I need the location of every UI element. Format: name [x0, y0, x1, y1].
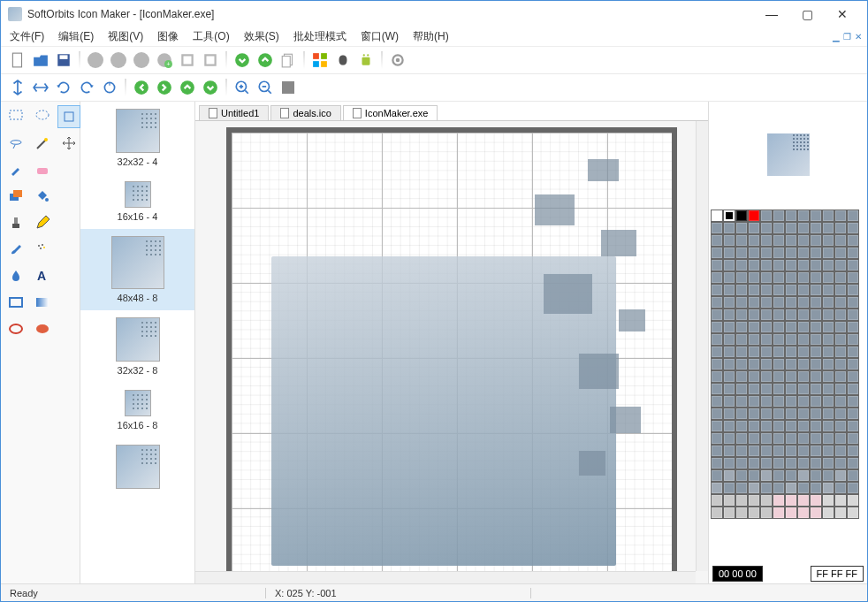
- swatch[interactable]: [834, 296, 847, 309]
- swatch-special[interactable]: [711, 210, 723, 222]
- swatch[interactable]: [785, 432, 797, 445]
- swatch[interactable]: [748, 457, 760, 469]
- swatch[interactable]: [723, 494, 735, 507]
- swatch[interactable]: [760, 494, 773, 507]
- empty-tool-5[interactable]: [57, 264, 80, 287]
- swatch[interactable]: [822, 333, 834, 346]
- swatch[interactable]: [773, 420, 785, 432]
- swatch[interactable]: [785, 271, 797, 284]
- swatch[interactable]: [723, 259, 735, 271]
- swatch[interactable]: [834, 482, 847, 494]
- mdi-restore-icon[interactable]: ❐: [843, 32, 851, 42]
- swatch[interactable]: [834, 346, 847, 358]
- swatch[interactable]: [735, 309, 748, 321]
- swatch[interactable]: [711, 482, 723, 494]
- flip-v-button[interactable]: [8, 78, 27, 97]
- swatch[interactable]: [785, 445, 797, 457]
- swatch[interactable]: [760, 432, 773, 445]
- swatch[interactable]: [773, 333, 785, 346]
- swatch[interactable]: [834, 408, 847, 420]
- swatch[interactable]: [847, 247, 859, 259]
- menu-effects[interactable]: 效果(S): [240, 27, 283, 46]
- swatch[interactable]: [822, 432, 834, 445]
- swatch[interactable]: [797, 309, 810, 321]
- vertical-scrollbar[interactable]: [696, 121, 708, 571]
- swatch[interactable]: [711, 358, 723, 370]
- swatch[interactable]: [773, 408, 785, 420]
- swatch[interactable]: [797, 284, 810, 296]
- copy-button[interactable]: [278, 50, 298, 70]
- swatch[interactable]: [748, 358, 760, 370]
- swatch[interactable]: [797, 395, 810, 408]
- swatch[interactable]: [735, 296, 748, 309]
- swatch[interactable]: [785, 420, 797, 432]
- swatch[interactable]: [822, 358, 834, 370]
- swatch[interactable]: [847, 296, 859, 309]
- swatch[interactable]: [760, 395, 773, 408]
- swatch[interactable]: [785, 457, 797, 469]
- swatch[interactable]: [785, 222, 797, 234]
- swatch[interactable]: [847, 370, 859, 383]
- thumb-more[interactable]: [80, 438, 194, 499]
- empty-tool-6[interactable]: [57, 291, 80, 314]
- swatch[interactable]: [847, 259, 859, 271]
- swatch[interactable]: [822, 457, 834, 469]
- swatch[interactable]: [748, 370, 760, 383]
- nav-left-button[interactable]: [132, 78, 151, 97]
- swatch[interactable]: [760, 457, 773, 469]
- flip-h-button[interactable]: [31, 78, 50, 97]
- swatch[interactable]: [711, 383, 723, 395]
- swatch[interactable]: [723, 383, 735, 395]
- swatch[interactable]: [785, 234, 797, 247]
- stamp-tool[interactable]: [4, 211, 27, 234]
- swatch[interactable]: [723, 370, 735, 383]
- swatch[interactable]: [773, 432, 785, 445]
- swatch[interactable]: [785, 259, 797, 271]
- swatch[interactable]: [773, 507, 785, 519]
- gradient-tool[interactable]: [31, 291, 54, 314]
- swatch[interactable]: [797, 321, 810, 333]
- swatch[interactable]: [723, 296, 735, 309]
- menu-tools[interactable]: 工具(O): [189, 27, 232, 46]
- swatch[interactable]: [810, 469, 822, 482]
- swatch[interactable]: [735, 346, 748, 358]
- swatch[interactable]: [735, 408, 748, 420]
- swatch[interactable]: [723, 234, 735, 247]
- lasso-tool[interactable]: [4, 132, 27, 155]
- swatch[interactable]: [847, 210, 859, 222]
- swatch[interactable]: [760, 296, 773, 309]
- swatch[interactable]: [834, 445, 847, 457]
- swatch[interactable]: [760, 284, 773, 296]
- swatch[interactable]: [834, 333, 847, 346]
- windows-icon[interactable]: [310, 50, 330, 70]
- swatch[interactable]: [785, 284, 797, 296]
- swatch[interactable]: [711, 346, 723, 358]
- swatch[interactable]: [810, 333, 822, 346]
- swatch[interactable]: [711, 247, 723, 259]
- swatch[interactable]: [785, 296, 797, 309]
- swatch[interactable]: [748, 507, 760, 519]
- swatch[interactable]: [810, 482, 822, 494]
- swatch[interactable]: [797, 383, 810, 395]
- swatch[interactable]: [723, 222, 735, 234]
- ellipse-select-tool[interactable]: [31, 105, 54, 128]
- tab-iconmaker[interactable]: IconMaker.exe: [343, 105, 438, 120]
- settings-button[interactable]: [388, 50, 407, 70]
- swatch[interactable]: [785, 370, 797, 383]
- swatch[interactable]: [785, 321, 797, 333]
- swatch[interactable]: [810, 408, 822, 420]
- swatch[interactable]: [735, 482, 748, 494]
- swatch[interactable]: [797, 469, 810, 482]
- thumb-16-4[interactable]: 16x16 - 4: [80, 174, 194, 229]
- swatch[interactable]: [810, 457, 822, 469]
- swatch[interactable]: [723, 457, 735, 469]
- swatch[interactable]: [760, 321, 773, 333]
- swatch[interactable]: [834, 420, 847, 432]
- swatch[interactable]: [723, 321, 735, 333]
- swatch[interactable]: [735, 358, 748, 370]
- swatch[interactable]: [748, 309, 760, 321]
- droplet-tool[interactable]: [4, 264, 27, 287]
- thumb-16-8[interactable]: 16x16 - 8: [80, 383, 194, 438]
- swatch[interactable]: [847, 420, 859, 432]
- swatch[interactable]: [847, 309, 859, 321]
